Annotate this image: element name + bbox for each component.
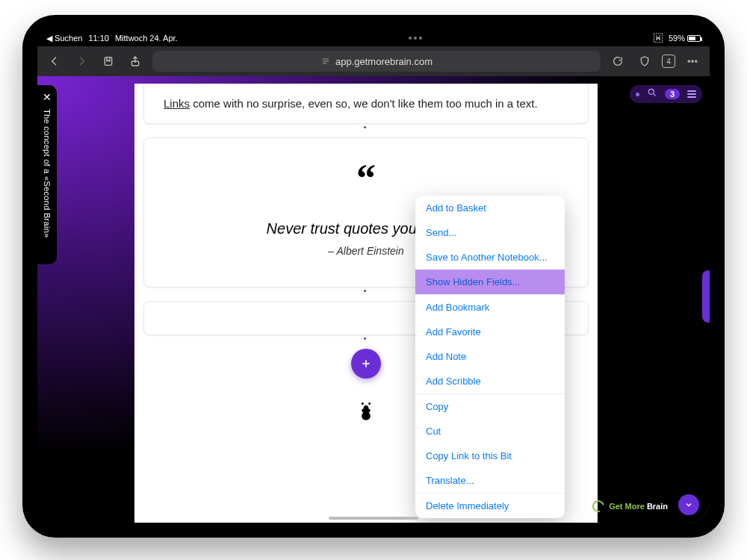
home-indicator[interactable] (329, 517, 418, 520)
svg-point-7 (695, 60, 696, 62)
ios-status-bar: ◀ Suchen 11:10 Mittwoch 24. Apr. 🇼 59% (37, 30, 710, 46)
share-button[interactable] (125, 52, 145, 71)
brand-ring-icon (590, 498, 607, 514)
context-menu[interactable]: Add to BasketSend...Save to Another Note… (415, 196, 565, 518)
tabs-button[interactable]: 4 (662, 55, 675, 68)
svg-rect-0 (105, 57, 111, 66)
svg-point-6 (692, 60, 693, 62)
status-time: 11:10 (88, 34, 109, 43)
scroll-down-button[interactable] (678, 494, 699, 515)
context-menu-item[interactable]: Add Note (415, 344, 565, 369)
text-card[interactable]: Links come with no surprise, even so, we… (143, 84, 589, 124)
text-card-content: Links come with no surprise, even so, we… (164, 97, 568, 110)
search-icon[interactable] (647, 87, 657, 101)
reader-mode-icon (320, 56, 331, 66)
shield-icon[interactable] (635, 52, 654, 71)
screen: ◀ Suchen 11:10 Mittwoch 24. Apr. 🇼 59% (37, 30, 710, 523)
context-menu-item[interactable]: Cut (415, 419, 565, 444)
context-menu-item[interactable]: Add Bookmark (415, 295, 565, 320)
context-menu-item[interactable]: Copy (415, 394, 565, 419)
context-menu-item[interactable]: Show Hidden Fields... (415, 270, 565, 294)
forward-button[interactable] (72, 52, 91, 71)
drag-handle-icon[interactable] (364, 337, 368, 342)
back-to-app[interactable]: ◀ Suchen (46, 34, 82, 43)
count-badge[interactable]: 3 (665, 89, 680, 99)
context-menu-item[interactable]: Copy Link to this Bit (415, 444, 565, 468)
reload-button[interactable] (608, 52, 627, 71)
context-menu-item[interactable]: Add to Basket (415, 196, 565, 220)
toolbar-dot-icon[interactable] (636, 93, 639, 96)
svg-point-5 (688, 60, 689, 62)
context-menu-item[interactable]: Save to Another Notebook... (415, 245, 565, 270)
url-bar[interactable]: app.getmorebrain.com (152, 51, 601, 72)
svg-point-12 (362, 402, 364, 405)
context-menu-item[interactable]: Translate... (415, 468, 565, 493)
context-menu-item[interactable]: Add Favorite (415, 320, 565, 344)
right-edge-handle[interactable] (702, 270, 710, 323)
links-link[interactable]: Links (164, 97, 190, 110)
status-date: Mittwoch 24. Apr. (115, 34, 178, 43)
svg-point-13 (368, 402, 371, 405)
multitask-dots[interactable] (178, 37, 654, 40)
tablet-frame: ◀ Suchen 11:10 Mittwoch 24. Apr. 🇼 59% (22, 15, 725, 538)
bookmarks-button[interactable] (99, 52, 118, 71)
battery-indicator: 59% (669, 34, 701, 43)
svg-point-8 (648, 89, 654, 94)
app-viewport: ✕ The concept of a «Second Brain» 3 Link… (37, 76, 710, 523)
drag-handle-icon[interactable] (364, 290, 368, 294)
quote-mark-icon: “ (164, 159, 568, 198)
context-menu-item[interactable]: Send... (415, 220, 565, 245)
close-icon[interactable]: ✕ (43, 91, 52, 103)
browser-menu-button[interactable] (683, 52, 702, 71)
url-text: app.getmorebrain.com (335, 56, 433, 67)
notebook-vertical-tab[interactable]: ✕ The concept of a «Second Brain» (37, 85, 57, 264)
add-bit-button[interactable] (351, 349, 381, 379)
browser-toolbar: app.getmorebrain.com 4 (37, 46, 710, 76)
drag-handle-icon[interactable] (364, 126, 368, 131)
outline-icon[interactable] (687, 90, 696, 98)
brand-footer[interactable]: Get More Brain (592, 500, 668, 512)
wifi-icon: 🇼 (654, 33, 663, 43)
notebook-title: The concept of a «Second Brain» (43, 109, 52, 238)
context-menu-item[interactable]: Add Scribble (415, 369, 565, 393)
svg-line-9 (653, 93, 655, 96)
right-mini-toolbar: 3 (630, 85, 702, 103)
back-button[interactable] (45, 52, 64, 71)
context-menu-item[interactable]: Delete Immediately (415, 494, 565, 518)
